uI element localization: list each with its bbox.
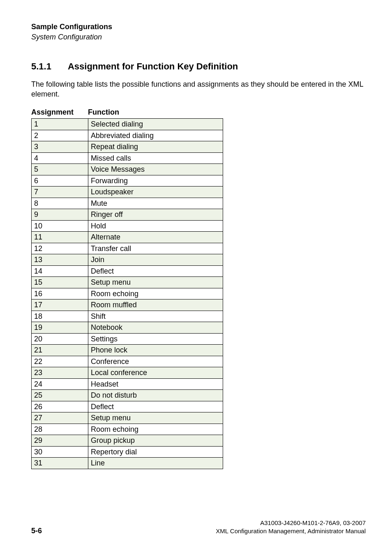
- cell-function: Shift: [88, 311, 223, 322]
- cell-function: Missed calls: [88, 152, 223, 164]
- table-row: 15Setup menu: [32, 277, 223, 288]
- table-row: 27Setup menu: [32, 412, 223, 424]
- cell-function: Hold: [88, 220, 223, 232]
- cell-assignment: 23: [32, 367, 88, 379]
- cell-function: Repeat dialing: [88, 141, 223, 153]
- intro-paragraph: The following table lists the possible f…: [31, 79, 366, 99]
- table-row: 3Repeat dialing: [32, 141, 223, 153]
- cell-assignment: 11: [32, 232, 88, 243]
- cell-function: Forwarding: [88, 175, 223, 187]
- cell-assignment: 3: [32, 141, 88, 153]
- table-row: 4Missed calls: [32, 152, 223, 164]
- cell-function: Local conference: [88, 367, 223, 379]
- cell-function: Room echoing: [88, 288, 223, 299]
- cell-function: Setup menu: [88, 412, 223, 424]
- cell-assignment: 31: [32, 458, 88, 469]
- cell-assignment: 19: [32, 322, 88, 334]
- table-row: 8Mute: [32, 198, 223, 209]
- table-row: 25Do not disturb: [32, 390, 223, 401]
- table-row: 28Room echoing: [32, 424, 223, 435]
- cell-function: Voice Messages: [88, 164, 223, 175]
- cell-function: Setup menu: [88, 277, 223, 288]
- table-row: 7Loudspeaker: [32, 187, 223, 198]
- cell-function: Room echoing: [88, 424, 223, 435]
- assignment-table: 1Selected dialing2Abbreviated dialing3Re…: [31, 118, 223, 469]
- cell-assignment: 25: [32, 390, 88, 401]
- cell-function: Phone lock: [88, 345, 223, 356]
- table-row: 24Headset: [32, 378, 223, 390]
- col-header-function: Function: [88, 108, 119, 118]
- cell-function: Loudspeaker: [88, 187, 223, 198]
- cell-assignment: 13: [32, 254, 88, 266]
- cell-function: Repertory dial: [88, 446, 223, 458]
- cell-assignment: 18: [32, 311, 88, 322]
- cell-assignment: 22: [32, 356, 88, 367]
- cell-function: Selected dialing: [88, 119, 223, 130]
- cell-assignment: 10: [32, 220, 88, 232]
- cell-function: Conference: [88, 356, 223, 367]
- cell-assignment: 20: [32, 333, 88, 345]
- cell-function: Line: [88, 458, 223, 469]
- cell-assignment: 17: [32, 299, 88, 311]
- cell-assignment: 16: [32, 288, 88, 299]
- table-row: 20Settings: [32, 333, 223, 345]
- cell-function: Abbreviated dialing: [88, 130, 223, 141]
- section-number: 5.1.1: [31, 61, 51, 72]
- table-row: 1Selected dialing: [32, 119, 223, 130]
- cell-function: Settings: [88, 333, 223, 345]
- section-title: Assignment for Function Key Definition: [68, 61, 238, 72]
- cell-assignment: 5: [32, 164, 88, 175]
- table-row: 14Deflect: [32, 265, 223, 277]
- footer-doc-title: XML Configuration Management, Administra…: [216, 527, 366, 535]
- table-row: 23Local conference: [32, 367, 223, 379]
- table-row: 12Transfer call: [32, 243, 223, 254]
- table-row: 30Repertory dial: [32, 446, 223, 458]
- cell-function: Deflect: [88, 265, 223, 277]
- cell-assignment: 24: [32, 378, 88, 390]
- table-row: 29Group pickup: [32, 435, 223, 447]
- footer-doc-id: A31003-J4260-M101-2-76A9, 03-2007: [216, 519, 366, 527]
- cell-function: Mute: [88, 198, 223, 209]
- page-header-subtitle: System Configuration: [31, 32, 366, 42]
- cell-assignment: 12: [32, 243, 88, 254]
- cell-assignment: 14: [32, 265, 88, 277]
- cell-assignment: 9: [32, 209, 88, 221]
- cell-function: Room muffled: [88, 299, 223, 311]
- section-heading: 5.1.1 Assignment for Function Key Defini…: [31, 61, 366, 72]
- table-row: 13Join: [32, 254, 223, 266]
- table-row: 16Room echoing: [32, 288, 223, 299]
- cell-assignment: 6: [32, 175, 88, 187]
- table-row: 2Abbreviated dialing: [32, 130, 223, 141]
- table-row: 26Deflect: [32, 401, 223, 412]
- table-row: 11Alternate: [32, 232, 223, 243]
- cell-function: Join: [88, 254, 223, 266]
- table-row: 5Voice Messages: [32, 164, 223, 175]
- cell-function: Deflect: [88, 401, 223, 412]
- table-row: 6Forwarding: [32, 175, 223, 187]
- cell-assignment: 7: [32, 187, 88, 198]
- cell-assignment: 2: [32, 130, 88, 141]
- table-row: 10Hold: [32, 220, 223, 232]
- table-row: 22Conference: [32, 356, 223, 367]
- cell-assignment: 21: [32, 345, 88, 356]
- cell-assignment: 4: [32, 152, 88, 164]
- page-number: 5-6: [31, 527, 42, 535]
- cell-function: Do not disturb: [88, 390, 223, 401]
- table-row: 21Phone lock: [32, 345, 223, 356]
- cell-assignment: 8: [32, 198, 88, 209]
- cell-assignment: 26: [32, 401, 88, 412]
- cell-function: Ringer off: [88, 209, 223, 221]
- table-row: 9Ringer off: [32, 209, 223, 221]
- cell-function: Group pickup: [88, 435, 223, 447]
- table-row: 19Notebook: [32, 322, 223, 334]
- cell-function: Headset: [88, 378, 223, 390]
- cell-assignment: 28: [32, 424, 88, 435]
- col-header-assignment: Assignment: [31, 108, 88, 118]
- cell-function: Alternate: [88, 232, 223, 243]
- table-row: 18Shift: [32, 311, 223, 322]
- page-footer: 5-6 A31003-J4260-M101-2-76A9, 03-2007 XM…: [31, 519, 366, 536]
- table-header-row: Assignment Function: [31, 108, 366, 118]
- cell-assignment: 29: [32, 435, 88, 447]
- table-row: 17Room muffled: [32, 299, 223, 311]
- cell-assignment: 30: [32, 446, 88, 458]
